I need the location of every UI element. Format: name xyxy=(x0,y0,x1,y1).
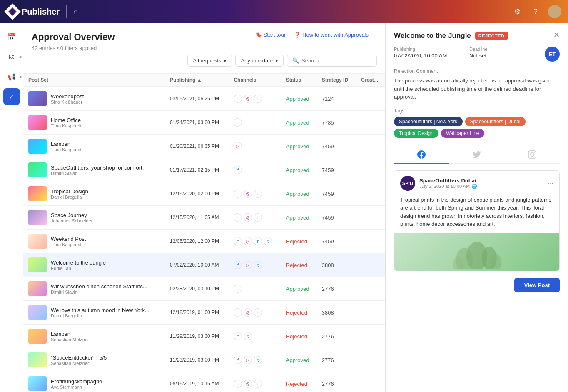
publishing-time: 01/24/2021, 03:00 PM xyxy=(165,111,229,135)
channels-cell: f◎t xyxy=(229,182,281,206)
created-cell xyxy=(356,158,385,182)
sidebar-item-calendar[interactable]: 📅 xyxy=(3,28,20,45)
tag-item[interactable]: Spaceoutfitters | New York xyxy=(394,117,463,126)
app-logo[interactable]: Publisher xyxy=(7,6,60,17)
publishing-time: 12/05/2020, 12:00 PM xyxy=(165,230,229,253)
post-name: "SpaceEntdecker" - 5/5 xyxy=(51,355,107,361)
help-links: 🔖 Start tour ❓ How to work with Approval… xyxy=(247,32,377,43)
help-icon[interactable]: ? xyxy=(530,6,541,17)
channels-cell: ◎ xyxy=(229,135,281,158)
publishing-time: 11/29/2019, 03:30 PM xyxy=(165,325,229,348)
channels-cell: f◎t xyxy=(229,87,281,111)
strategy-id-cell: 7785 xyxy=(317,111,356,135)
table-row[interactable]: Space Journey Johannes Schneider 12/15/2… xyxy=(23,206,385,230)
table-row[interactable]: Home Office Timo Kaspereit 01/24/2021, 0… xyxy=(23,111,385,135)
tags-list: Spaceoutfitters | New YorkSpaceoutfitter… xyxy=(394,117,560,138)
twitter-channel-icon: t xyxy=(254,190,262,198)
table-row[interactable]: Eröffnungskampagne Ava Stemmann 08/16/20… xyxy=(23,372,385,392)
tab-facebook[interactable] xyxy=(394,146,449,164)
sidebar-item-approvals[interactable]: ✓ xyxy=(3,88,20,105)
post-thumbnail xyxy=(28,162,47,177)
table-row[interactable]: Welcome to the Jungle Eddie Tan 07/02/20… xyxy=(23,253,385,277)
post-thumbnail xyxy=(28,91,47,106)
col-post-set: Post Set xyxy=(23,74,165,87)
post-thumbnail xyxy=(28,139,47,154)
post-info: Welcome to the Jungle Eddie Tan xyxy=(51,260,106,271)
table-row[interactable]: SpaceOutfitters, your shop for comfort. … xyxy=(23,158,385,182)
post-thumbnail xyxy=(28,376,47,391)
search-input[interactable] xyxy=(301,57,371,64)
facebook-channel-icon: f xyxy=(234,332,242,340)
channels-list: f◎t xyxy=(234,95,276,103)
twitter-channel-icon: t xyxy=(254,213,262,222)
tag-item[interactable]: Wallpaper Line xyxy=(441,129,484,138)
created-cell xyxy=(356,372,385,392)
post-author: Dimitri Slavin xyxy=(51,171,144,176)
post-set-cell: Home Office Timo Kaspereit xyxy=(23,111,165,135)
close-button[interactable]: ✕ xyxy=(551,30,561,40)
sidebar-item-posts[interactable]: 🗂 ▶ xyxy=(3,48,20,65)
post-set-cell: Welcome to the Jungle Eddie Tan xyxy=(23,253,165,277)
created-cell xyxy=(356,206,385,230)
channels-cell: f◎t xyxy=(229,348,281,372)
tab-twitter[interactable] xyxy=(449,146,505,164)
channels-cell: f◎t xyxy=(229,301,281,325)
status-filter[interactable]: All requests ▾ xyxy=(187,55,232,67)
table-row[interactable]: Lampen Timo Kaspereit 01/20/2021, 06:35 … xyxy=(23,135,385,158)
table-row[interactable]: We love this autumn mood in New York... … xyxy=(23,301,385,325)
strategy-id-cell: 7459 xyxy=(317,182,356,206)
table-row[interactable]: Lampen Sebastian Metzner 11/29/2019, 03:… xyxy=(23,325,385,348)
approvals-table: Post Set Publishing ▲ Channels Status St… xyxy=(23,73,385,392)
created-cell xyxy=(356,277,385,301)
instagram-channel-icon: ◎ xyxy=(244,213,252,222)
post-name: We love this autumn mood in New York... xyxy=(51,307,149,313)
table-row[interactable]: "SpaceEntdecker" - 5/5 Sebastian Metzner… xyxy=(23,348,385,372)
detail-meta: Publishing 07/02/2020, 10:00 AM Deadline… xyxy=(394,47,560,62)
table-row[interactable]: Weekendpost Sina Kießhauer 03/05/2021, 0… xyxy=(23,87,385,111)
tab-instagram[interactable] xyxy=(504,146,560,164)
table-row[interactable]: Weekend Post Timo Kaspereit 12/05/2020, … xyxy=(23,230,385,253)
settings-icon[interactable]: ⚙ xyxy=(511,6,523,17)
status-cell: Rejected xyxy=(281,301,317,325)
publishing-value: 07/02/2020, 10:00 AM xyxy=(394,52,469,59)
how-to-link[interactable]: ❓ How to work with Approvals xyxy=(294,32,369,38)
post-author: Timo Kaspereit xyxy=(51,242,86,247)
channels-list: f◎t xyxy=(234,213,276,222)
deadline-label: Deadline xyxy=(469,47,545,52)
rejection-comment-label: Rejection Comment xyxy=(394,68,560,74)
date-filter[interactable]: Any due date ▾ xyxy=(235,55,284,67)
sidebar-item-campaigns[interactable]: 📢 ▶ xyxy=(3,68,20,85)
table-body: Weekendpost Sina Kießhauer 03/05/2021, 0… xyxy=(23,87,385,392)
tag-item[interactable]: Spaceoutfitters | Dubai xyxy=(465,117,526,126)
post-thumbnail xyxy=(28,210,47,225)
table-row[interactable]: Wir wünschen einen schönen Start ins... … xyxy=(23,277,385,301)
post-info: We love this autumn mood in New York... … xyxy=(51,307,149,318)
start-tour-link[interactable]: 🔖 Start tour xyxy=(255,32,286,38)
created-cell xyxy=(356,348,385,372)
col-status: Status xyxy=(281,74,317,87)
home-icon[interactable]: ⌂ xyxy=(73,7,78,16)
channels-list: ft xyxy=(234,332,276,340)
channels-cell: ft xyxy=(229,325,281,348)
channels-list: f◎int xyxy=(234,237,276,245)
post-author: Sina Kießhauer xyxy=(51,100,84,105)
tag-item[interactable]: Tropical Design xyxy=(394,129,438,138)
twitter-channel-icon: t xyxy=(264,237,272,245)
strategy-id-cell: 7459 xyxy=(317,206,356,230)
table-row[interactable]: Tropical Design Daniel Bregulla 12/19/20… xyxy=(23,182,385,206)
fb-account-info: SpaceOutfitters Dubai July 2, 2020 at 10… xyxy=(419,177,477,189)
instagram-channel-icon: ◎ xyxy=(244,308,252,317)
view-post-button[interactable]: View Post xyxy=(514,278,560,292)
facebook-channel-icon: f xyxy=(234,95,242,103)
post-info: Lampen Sebastian Metzner xyxy=(51,331,89,342)
fb-post-body: Tropical prints in the design of exotic … xyxy=(394,196,559,233)
more-options-icon[interactable]: ··· xyxy=(548,180,553,187)
post-set-cell: Weekendpost Sina Kießhauer xyxy=(23,87,165,111)
search-box[interactable]: 🔍 xyxy=(287,55,377,67)
rejection-comment-text: The process was automatically rejected a… xyxy=(394,77,560,101)
publishing-time: 03/05/2021, 06:25 PM xyxy=(165,87,229,111)
post-name: Wir wünschen einen schönen Start ins... xyxy=(51,283,147,290)
start-tour-label: Start tour xyxy=(264,32,286,38)
facebook-channel-icon: f xyxy=(234,190,242,198)
user-avatar[interactable] xyxy=(548,5,561,18)
